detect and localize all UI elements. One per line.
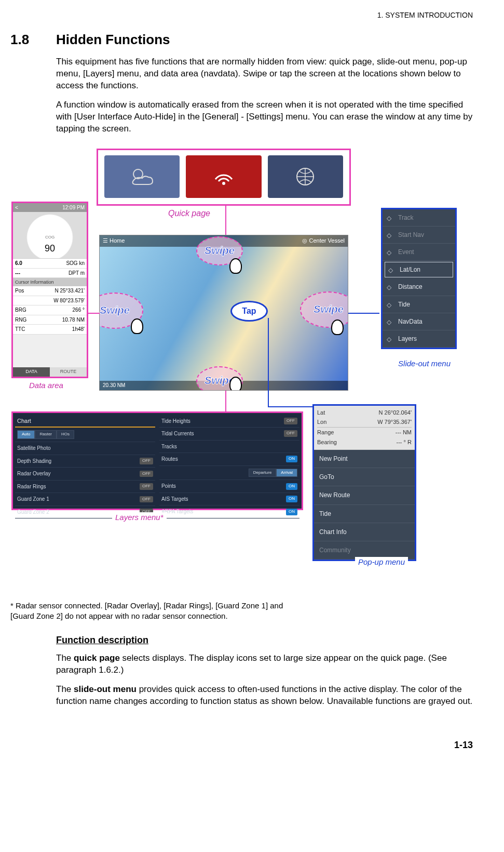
swipe-text: Swipe [314,302,344,316]
connector [88,313,100,314]
dpt-row: ---DPT m [13,269,87,278]
popup-item[interactable]: Tide [314,505,415,523]
swipe-text: Swipe [205,244,235,258]
data-area-panel: <12:09 PM COG 90 6.0SOG kn ---DPT m Curs… [11,202,88,378]
connector [348,313,379,314]
slideout-item-icon: ◇ [387,301,394,308]
svg-point-1 [222,182,225,185]
layers-seg[interactable]: AutoRasterHOs [15,428,155,442]
layers-row[interactable]: ARPA TargetsON [159,505,299,518]
cursor-row: RNG10.78 NM [13,315,87,325]
layers-row[interactable]: AIS TargetsON [159,493,299,506]
connector [268,406,312,407]
hand-icon [331,320,344,335]
weather-icon [127,164,158,190]
popup-item[interactable]: New Point [314,450,415,468]
layers-row[interactable]: Guard Zone 1OFF [15,493,155,506]
diagram: Quick page ☰ Home ◎ Center Vessel 20.30 … [8,147,460,598]
layers-label: Layers menu* [112,512,167,523]
layers-row[interactable]: Tide HeightsOFF [159,415,299,428]
radar-icon [208,164,239,190]
cursor-info-header: Cursor Information [13,278,87,286]
function-desc-heading: Function description [56,634,473,646]
quick-page-label: Quick page [164,208,214,219]
quick-tile-weather[interactable] [103,154,181,199]
slideout-item[interactable]: ◇Tide [383,296,455,313]
slideout-item[interactable]: ◇NavData [383,313,455,330]
slideout-item[interactable]: ◇Start Nav [383,227,455,244]
slideout-item-icon: ◇ [387,248,394,256]
layers-footnote: * Radar sensor connected. [Radar Overlay… [10,601,301,622]
layers-row[interactable]: RoutesON [159,453,299,466]
quick-tile-globe[interactable] [267,154,344,199]
tab-route[interactable]: ROUTE [50,367,87,377]
map-center-label[interactable]: ◎ Center Vessel [302,237,345,245]
slideout-item[interactable]: ◇Lat/Lon [385,262,453,277]
slideout-item[interactable]: ◇Track [383,209,455,227]
cog-value: 90 [13,242,87,255]
slide-out-label: Slide-out menu [395,358,454,369]
tap-zone[interactable]: Tap [230,301,268,322]
cog-gauge: COG 90 [13,212,87,259]
slideout-item-icon: ◇ [387,335,394,342]
layers-row[interactable]: Depth ShadingOFF [15,455,155,468]
sog-row: 6.0SOG kn [13,259,87,269]
connector [268,318,269,406]
chart-screen[interactable]: ☰ Home ◎ Center Vessel 20.30 NM Swipe Sw… [99,235,348,391]
popup-header: LatN 26°02.064'LonW 79°35.367'Range--- N… [314,406,415,450]
layers-row[interactable]: Satellite Photo [15,442,155,455]
popup-label: Pop-up menu [355,557,408,567]
slideout-item-icon: ◇ [387,318,394,325]
cog-label: COG [13,235,87,241]
desc-quickpage: The quick page selects displays. The dis… [56,653,473,676]
slideout-item-icon: ◇ [388,266,396,273]
globe-icon [290,164,321,190]
swipe-text: Swipe [100,303,130,317]
layers-row[interactable]: Radar RingsOFF [15,481,155,494]
slideout-item-icon: ◇ [387,214,394,221]
cursor-row: TTC1h48' [13,325,87,335]
layers-chart-head: Chart [15,415,155,428]
slideout-item-icon: ◇ [387,283,394,290]
intro-para-2: A function window is automatically erase… [56,99,473,135]
layers-row[interactable]: DepartureArrival [159,466,299,481]
slideout-item[interactable]: ◇Distance [383,278,455,296]
hand-icon [229,377,242,391]
tab-data[interactable]: DATA [13,367,50,377]
popup-item[interactable]: New Route [314,486,415,504]
hand-icon [131,318,143,334]
layers-menu: Chart AutoRasterHOs Satellite PhotoDepth… [11,411,303,510]
layers-row[interactable]: PointsON [159,480,299,493]
section-number: 1.8 [10,31,56,49]
connector [225,206,226,235]
quick-tile-radar[interactable] [185,154,262,199]
desc-slideout: The slide-out menu provides quick access… [56,684,473,708]
hand-icon [229,258,242,274]
data-area-tabs[interactable]: DATA ROUTE [13,367,87,377]
cursor-row: BRG266 ° [13,305,87,315]
section-heading: 1.8 Hidden Functions [10,31,473,49]
slide-out-menu: ◇Track◇Start Nav◇Event◇Lat/Lon◇Distance◇… [381,208,457,350]
quick-page-box [97,149,351,206]
slideout-item[interactable]: ◇Layers [383,330,455,348]
popup-item[interactable]: Chart Info [314,523,415,541]
layers-row[interactable]: Tracks [159,441,299,454]
layers-row[interactable]: Tidal CurrentsOFF [159,428,299,441]
slideout-item-icon: ◇ [387,231,394,238]
page-number: 1-13 [10,739,473,751]
intro-para-1: This equipment has five functions that a… [56,56,473,92]
cursor-row: W 80°23.579' [13,296,87,306]
popup-item[interactable]: GoTo [314,468,415,486]
cursor-row: PosN 25°33.421' [13,286,87,296]
data-area-topbar: <12:09 PM [13,203,87,212]
map-home-label[interactable]: ☰ Home [103,237,125,245]
slideout-item[interactable]: ◇Event [383,244,455,261]
connector [225,391,226,411]
popup-menu: LatN 26°02.064'LonW 79°35.367'Range--- N… [312,404,416,562]
data-area-label: Data area [26,380,66,391]
chapter-header: 1. SYSTEM INTRODUCTION [10,0,473,24]
section-title: Hidden Functions [56,31,170,49]
layers-row[interactable]: Radar OverlayOFF [15,468,155,481]
